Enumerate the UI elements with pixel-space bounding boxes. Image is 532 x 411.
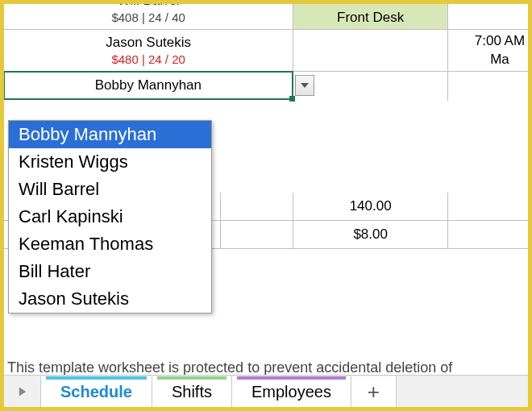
tab-color-bar [157,376,227,380]
empty-cell[interactable] [293,72,448,101]
summary-cell[interactable]: 15 [448,193,532,220]
shift-role: Ma [490,51,509,68]
tab-nav-button[interactable] [4,376,41,407]
play-icon [17,386,28,397]
employee-row: Jason Sutekis $480 | 24 / 20 7:00 AM Ma [4,30,532,72]
shift-cell[interactable]: 7:00 AM Ma [448,30,532,71]
spreadsheet-grid: Will Barrel $408 | 24 / 40 11:00 AM - 3:… [4,0,532,101]
employee-name-cell[interactable]: Will Barrel $408 | 24 / 40 [4,0,293,29]
employee-meta: $480 | 24 / 20 [111,52,185,66]
fill-handle[interactable] [289,96,295,102]
empty-cell[interactable] [448,72,532,101]
chevron-down-icon [301,83,309,88]
dropdown-list[interactable]: Bobby Mannyhan Kristen Wiggs Will Barrel… [8,120,212,313]
employee-row: Will Barrel $408 | 24 / 40 11:00 AM - 3:… [4,0,532,30]
employee-name: Will Barrel [117,0,179,9]
dropdown-item[interactable]: Keeman Thomas [9,230,211,258]
empty-cell[interactable] [293,30,448,71]
empty-cell[interactable] [448,0,532,29]
tab-color-bar [237,376,346,380]
active-row: Bobby Mannyhan [4,72,532,101]
employee-name: Jason Sutekis [106,35,191,51]
employee-meta: $408 | 24 / 40 [111,10,185,24]
summary-cell[interactable]: $8.00 [293,221,448,248]
tab-employees[interactable]: Employees [232,376,351,407]
empty-cell[interactable] [221,221,293,248]
dropdown-item[interactable]: Bill Hater [9,258,211,285]
summary-cell[interactable]: $8 [448,221,532,248]
employee-name-cell[interactable]: Jason Sutekis $480 | 24 / 20 [4,30,293,71]
add-sheet-button[interactable]: + [351,376,397,407]
sheet-tab-bar: Schedule Shifts Employees + [4,375,528,407]
dropdown-item[interactable]: Carl Kapinski [9,203,211,230]
dropdown-item[interactable]: Kristen Wiggs [9,148,211,176]
dropdown-button[interactable] [295,75,314,96]
active-cell-value: Bobby Mannyhan [95,77,202,93]
shift-time: 7:00 AM [475,32,525,50]
dropdown-item[interactable]: Jason Sutekis [9,285,211,313]
shift-cell[interactable]: 11:00 AM - 3:00 PM Front Desk [293,0,448,29]
shift-role: Front Desk [337,9,404,27]
empty-cell[interactable] [221,193,293,220]
dropdown-item[interactable]: Bobby Mannyhan [9,121,211,148]
tab-color-bar [46,376,147,380]
summary-cell[interactable]: 140.00 [293,193,448,220]
active-cell[interactable]: Bobby Mannyhan [3,71,293,100]
shift-time: 11:00 AM - 3:00 PM [310,0,430,9]
protection-note: This template worksheet is protected to … [4,359,528,376]
dropdown-item[interactable]: Will Barrel [9,176,211,203]
tab-schedule[interactable]: Schedule [41,376,152,407]
tab-shifts[interactable]: Shifts [152,376,232,407]
